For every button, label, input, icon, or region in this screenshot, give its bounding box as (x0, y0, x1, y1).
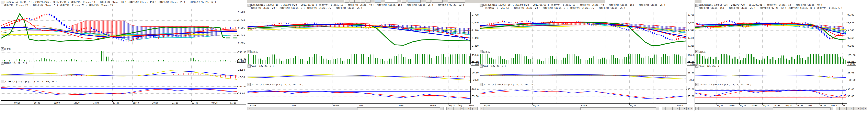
time-axis-label: 04/28 (212, 102, 218, 104)
nav-button-2[interactable]: ► (665, 107, 669, 110)
nav-button-1[interactable]: ◄ (662, 107, 665, 110)
horizontal-scrollbar[interactable]: ◄ ◄►+-DLR@Y (248, 107, 477, 111)
collapse-macd-button[interactable]: ◤ (1, 62, 4, 65)
collapse-price-button[interactable]: ◤ (479, 4, 483, 7)
macd-chart-canvas[interactable] (1, 65, 237, 80)
price-pane (695, 12, 846, 50)
volume-chart-canvas[interactable] (479, 54, 686, 64)
toolbar-button[interactable] (385, 0, 398, 3)
toolbar-button[interactable] (355, 0, 360, 3)
price-axis-tick-label: 9,540 (688, 29, 694, 32)
stochastics-chart-canvas[interactable] (695, 86, 846, 103)
time-axis-tickmark (808, 103, 808, 104)
collapse-volume-button[interactable]: ◤ (695, 50, 699, 53)
time-axis-tickmark (250, 103, 250, 104)
nav-button-3[interactable]: + (453, 107, 457, 110)
toolbar-button[interactable] (375, 0, 381, 3)
collapse-stochastics-button[interactable]: ◤ (695, 83, 699, 86)
nav-button-9[interactable]: Y (864, 107, 867, 110)
collapse-volume-button[interactable]: ◤ (1, 47, 4, 51)
stochastics-chart-canvas[interactable] (479, 86, 686, 103)
collapse-macd-button[interactable]: ◤ (695, 64, 699, 68)
nav-button-5[interactable]: D (676, 107, 680, 110)
scrollbar-track[interactable] (251, 107, 443, 110)
toolbar-button[interactable] (344, 0, 349, 3)
collapse-macd-button[interactable]: ◤ (479, 64, 483, 68)
time-axis-line (1, 100, 238, 101)
toolbar-button[interactable] (448, 0, 465, 3)
price-axis-tick-label: 9,540 (472, 29, 478, 32)
toolbar-button[interactable] (426, 0, 431, 3)
nav-button-6[interactable]: L (680, 107, 683, 110)
nav-button-1[interactable]: ◄ (836, 107, 839, 110)
nav-button-5[interactable]: D (460, 107, 464, 110)
scroll-left-button[interactable]: ◄ (695, 107, 699, 110)
time-axis-line (479, 103, 687, 103)
nav-button-1[interactable]: ◄ (446, 107, 450, 110)
nav-button-8[interactable]: @ (860, 107, 864, 110)
volume-chart-canvas[interactable] (1, 51, 237, 62)
horizontal-scrollbar[interactable]: ◄ ◄►+-DLR@Y (479, 107, 693, 111)
nav-button-6[interactable]: L (854, 107, 857, 110)
scrollbar-thumb[interactable] (773, 107, 831, 110)
toolbar-button[interactable] (432, 0, 442, 3)
collapse-macd-button[interactable]: ◤ (248, 64, 251, 68)
collapse-price-button[interactable]: ◤ (695, 4, 699, 7)
price-chart-canvas[interactable] (248, 12, 470, 50)
scroll-left-button[interactable]: ◄ (248, 107, 251, 110)
time-axis-label: 16:30 (797, 104, 803, 107)
scroll-left-button[interactable]: ◄ (479, 107, 483, 110)
nav-button-4[interactable]: - (673, 107, 676, 110)
nav-button-4[interactable]: - (846, 107, 850, 110)
toolbar-button[interactable] (401, 0, 406, 3)
app-screen: ◤ 日経225mini 12/06( 5分, 2012/04/26 - 2012… (0, 0, 868, 131)
nav-button-7[interactable]: R (857, 107, 860, 110)
price-chart-canvas[interactable] (695, 12, 846, 50)
nav-button-8[interactable]: @ (686, 107, 690, 110)
nav-button-2[interactable]: ► (450, 107, 453, 110)
stoch-axis-tick-label: 35.00 (472, 95, 478, 98)
nav-button-7[interactable]: R (683, 107, 686, 110)
price-chart-canvas[interactable] (479, 12, 686, 50)
time-axis-label: 04/25 (533, 104, 539, 107)
collapse-stochastics-button[interactable]: ◤ (479, 83, 483, 86)
macd-chart-canvas[interactable] (248, 68, 470, 83)
collapse-volume-button[interactable]: ◤ (479, 50, 483, 53)
toolbar-button[interactable] (408, 0, 421, 3)
collapse-stochastics-button[interactable]: ◤ (1, 80, 4, 83)
time-axis-tickmark (484, 103, 484, 104)
nav-button-3[interactable]: + (669, 107, 673, 110)
volume-chart-canvas[interactable] (248, 54, 470, 64)
toolbar-button[interactable] (360, 0, 365, 3)
scrollbar-thumb[interactable] (357, 107, 440, 110)
toolbar-button[interactable] (350, 0, 354, 3)
volume-chart-canvas[interactable] (695, 54, 846, 64)
nav-button-9[interactable]: Y (474, 107, 477, 110)
nav-button-6[interactable]: L (464, 107, 467, 110)
nav-button-5[interactable]: D (850, 107, 854, 110)
collapse-volume-button[interactable]: ◤ (248, 50, 251, 53)
collapse-price-button[interactable]: ◤ (248, 4, 251, 7)
nav-button-3[interactable]: + (843, 107, 846, 110)
price-chart-canvas[interactable] (1, 9, 237, 47)
horizontal-scrollbar[interactable]: ◄ ◄►+-DLR@Y (695, 107, 867, 111)
nav-button-8[interactable]: @ (471, 107, 474, 110)
volume-axis-tickmark (846, 62, 847, 62)
collapse-stochastics-button[interactable]: ◤ (248, 83, 251, 86)
stochastics-chart-canvas[interactable] (1, 83, 237, 100)
stochastics-chart-canvas[interactable] (248, 86, 470, 103)
macd-chart-canvas[interactable] (695, 68, 846, 83)
nav-button-2[interactable]: ► (839, 107, 843, 110)
scrollbar-track[interactable] (699, 107, 833, 110)
volume-axis-tick-label: 60.00 (847, 60, 854, 63)
scrollbar-thumb[interactable] (580, 107, 656, 110)
macd-chart-canvas[interactable] (479, 68, 686, 83)
nav-button-4[interactable]: - (457, 107, 460, 110)
collapse-price-button[interactable]: ◤ (1, 1, 4, 4)
macd-axis-tick-label: 25.00 (847, 71, 854, 74)
toolbar-button[interactable] (366, 0, 371, 3)
chart-window: ◤ 日経225mini 12/06( 5分, 2012/04/26 - 2012… (0, 0, 246, 104)
nav-button-9[interactable]: Y (690, 107, 693, 110)
scrollbar-track[interactable] (483, 107, 659, 110)
nav-button-7[interactable]: R (467, 107, 471, 110)
